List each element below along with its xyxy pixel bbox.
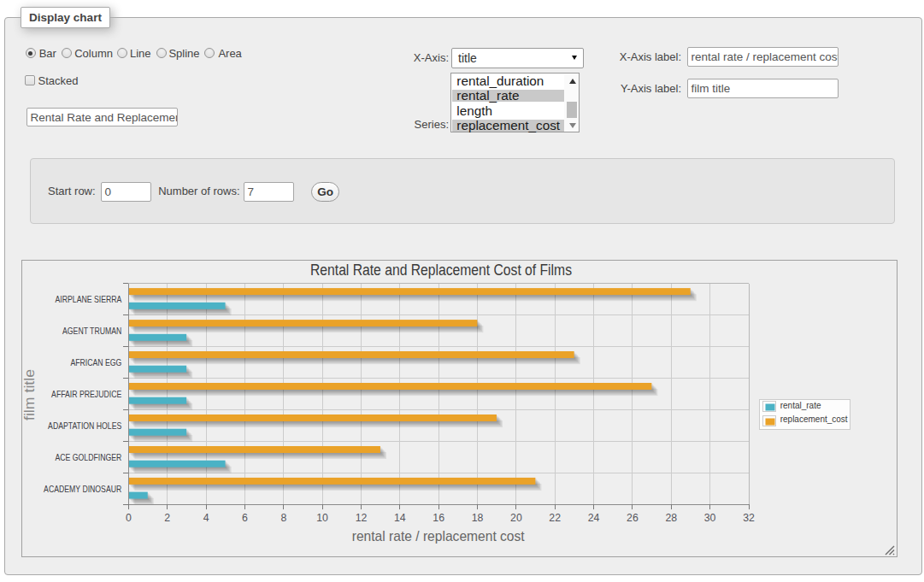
svg-text:8: 8 [280, 512, 286, 524]
svg-text:ACADEMY DINOSAUR: ACADEMY DINOSAUR [44, 484, 122, 494]
svg-text:4: 4 [203, 512, 209, 524]
svg-text:AGENT TRUMAN: AGENT TRUMAN [62, 326, 121, 336]
svg-text:rental rate / replacement cost: rental rate / replacement cost [352, 528, 525, 544]
svg-text:AFFAIR PREJUDICE: AFFAIR PREJUDICE [51, 389, 121, 399]
svg-text:14: 14 [394, 512, 406, 524]
svg-text:AFRICAN EGG: AFRICAN EGG [70, 357, 121, 367]
svg-text:ADAPTATION HOLES: ADAPTATION HOLES [48, 420, 121, 431]
svg-text:0: 0 [126, 512, 132, 524]
svg-text:22: 22 [549, 512, 561, 524]
svg-text:AIRPLANE SIERRA: AIRPLANE SIERRA [56, 294, 122, 304]
svg-text:2: 2 [164, 512, 170, 524]
svg-text:28: 28 [665, 512, 677, 524]
svg-text:6: 6 [242, 512, 248, 524]
svg-text:ACE GOLDFINGER: ACE GOLDFINGER [56, 452, 122, 462]
svg-text:24: 24 [588, 512, 600, 524]
svg-text:18: 18 [472, 512, 484, 524]
svg-text:16: 16 [433, 512, 444, 524]
svg-text:rental_rate: rental_rate [780, 401, 821, 410]
svg-text:26: 26 [627, 512, 639, 524]
svg-text:replacement_cost: replacement_cost [780, 414, 848, 424]
svg-text:20: 20 [510, 512, 522, 524]
svg-text:10: 10 [316, 512, 328, 524]
svg-text:12: 12 [356, 512, 368, 524]
svg-text:30: 30 [704, 512, 716, 524]
svg-text:Rental Rate and Replacement Co: Rental Rate and Replacement Cost of Film… [310, 262, 572, 279]
svg-text:32: 32 [743, 512, 755, 524]
svg-text:film title: film title [22, 369, 38, 420]
